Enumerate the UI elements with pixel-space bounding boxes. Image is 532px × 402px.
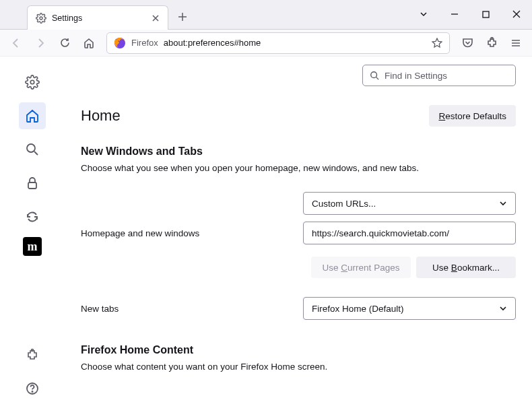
gear-icon [36,13,46,24]
search-icon [370,71,379,80]
svg-point-10 [371,72,377,78]
chevron-down-icon [499,199,507,207]
firefox-icon [114,37,126,49]
nav-sync[interactable] [19,203,46,230]
find-placeholder: Find in Settings [385,71,447,81]
svg-rect-6 [28,182,36,189]
nav-home[interactable] [19,102,46,129]
window-maximize-button[interactable] [470,0,501,29]
menu-button[interactable] [505,32,527,54]
svg-rect-1 [483,11,489,18]
nav-extensions[interactable] [19,341,46,368]
window-minimize-button[interactable] [439,0,470,29]
svg-point-0 [40,17,42,20]
section-desc-home-content: Choose what content you want on your Fir… [81,362,516,372]
homepage-url-input[interactable] [303,222,516,244]
svg-point-7 [32,349,34,351]
use-current-pages-button[interactable]: Use Current Pages [311,257,411,278]
close-tab-button[interactable] [150,13,161,24]
page-title: Home [81,107,121,125]
svg-point-5 [27,144,35,152]
nav-privacy[interactable] [19,170,46,197]
settings-sidenav: m [0,57,65,402]
use-bookmark-button[interactable]: Use Bookmark... [416,257,516,278]
address-bar[interactable]: Firefox about:preferences#home [106,32,450,54]
restore-defaults-button[interactable]: Restore Defaults [429,105,516,127]
browser-tab[interactable]: Settings [27,5,168,30]
homepage-label: Homepage and new windows [81,228,303,238]
chevron-down-icon [499,304,507,312]
urlbar-brand: Firefox [131,38,158,48]
reload-button[interactable] [54,32,75,54]
homepage-mode-select[interactable]: Custom URLs... [303,192,516,215]
urlbar-address: about:preferences#home [164,38,432,48]
browser-toolbar: Firefox about:preferences#home [0,30,532,57]
nav-search[interactable] [19,136,46,163]
bookmark-star-icon[interactable] [432,38,442,48]
extensions-button[interactable] [481,32,502,54]
svg-point-4 [30,80,34,84]
window-close-button[interactable] [501,0,532,29]
window-titlebar: Settings [0,0,532,30]
svg-point-3 [491,38,493,40]
select-value: Firefox Home (Default) [312,304,404,314]
newtabs-label: New tabs [81,304,303,314]
select-value: Custom URLs... [312,199,376,209]
tabs-dropdown-button[interactable] [408,0,439,29]
back-button[interactable] [5,32,27,54]
new-tab-button[interactable] [172,7,193,27]
svg-point-9 [32,391,32,392]
nav-general[interactable] [19,69,46,96]
settings-main: Find in Settings Home Restore Defaults N… [65,57,532,402]
nav-more-from-mozilla[interactable]: m [23,237,42,256]
section-heading-new-windows: New Windows and Tabs [81,145,516,158]
forward-button[interactable] [30,32,51,54]
home-button[interactable] [78,32,100,54]
nav-support[interactable] [19,375,46,402]
newtabs-mode-select[interactable]: Firefox Home (Default) [303,297,516,320]
pocket-button[interactable] [457,32,478,54]
section-heading-home-content: Firefox Home Content [81,344,516,356]
tab-title: Settings [52,13,150,23]
find-in-settings-input[interactable]: Find in Settings [362,65,516,86]
section-desc-new-windows: Choose what you see when you open your h… [81,163,516,173]
